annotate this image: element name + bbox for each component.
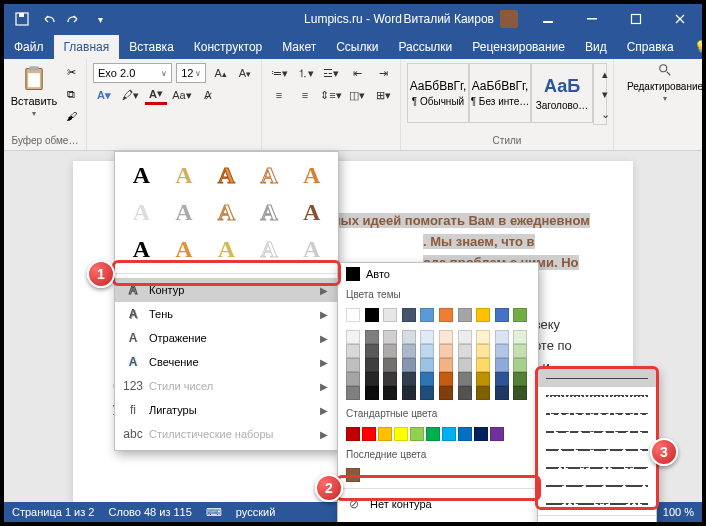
color-swatch[interactable] (402, 372, 416, 386)
format-painter-icon[interactable]: 🖌 (62, 107, 80, 125)
color-swatch[interactable] (383, 330, 397, 344)
highlighted-text[interactable]: имых идеей помогать Вам в ежедневном (323, 213, 590, 228)
dash-style[interactable] (538, 477, 656, 495)
color-swatch[interactable] (365, 308, 379, 322)
color-swatch[interactable] (439, 330, 453, 344)
color-swatch[interactable] (439, 372, 453, 386)
effect-preset[interactable]: A (168, 162, 201, 189)
color-swatch[interactable] (458, 358, 472, 372)
color-swatch[interactable] (394, 427, 408, 441)
cut-icon[interactable]: ✂ (62, 63, 80, 81)
color-swatch[interactable] (346, 386, 360, 400)
styles-expand-icon[interactable]: ⌄ (594, 104, 616, 124)
dash-style[interactable] (538, 441, 656, 459)
color-swatch[interactable] (346, 372, 360, 386)
color-swatch[interactable] (346, 330, 360, 344)
menu-ligatures[interactable]: fi Лигатуры▶ (115, 398, 338, 422)
color-swatch[interactable] (383, 344, 397, 358)
menu-outline[interactable]: A Контур▶ (115, 278, 338, 302)
tab-home[interactable]: Главная (54, 35, 120, 59)
color-swatch[interactable] (439, 358, 453, 372)
copy-icon[interactable]: ⧉ (62, 85, 80, 103)
bullets-icon[interactable]: ≔▾ (268, 63, 290, 83)
font-color-icon[interactable]: A▾ (145, 85, 167, 105)
color-swatch[interactable] (513, 330, 527, 344)
color-swatch[interactable] (346, 344, 360, 358)
color-swatch[interactable] (513, 372, 527, 386)
effect-preset[interactable]: A (210, 236, 243, 263)
color-swatch[interactable] (365, 344, 379, 358)
effect-preset[interactable]: A (168, 236, 201, 263)
color-swatch[interactable] (402, 308, 416, 322)
shading-icon[interactable]: ◫▾ (346, 85, 368, 105)
tab-assist[interactable]: 💡Помощ (684, 35, 702, 59)
color-swatch[interactable] (458, 372, 472, 386)
effect-preset[interactable]: A (253, 199, 286, 226)
font-name-combo[interactable]: Exo 2.0∨ (93, 63, 172, 83)
spellcheck-icon[interactable]: ⌨ (206, 504, 222, 520)
status-language[interactable]: русский (236, 506, 275, 518)
borders-icon[interactable]: ⊞▾ (372, 85, 394, 105)
tab-layout[interactable]: Макет (272, 35, 326, 59)
dash-style[interactable] (538, 423, 656, 441)
color-swatch[interactable] (365, 372, 379, 386)
color-swatch[interactable] (410, 427, 424, 441)
color-swatch[interactable] (402, 344, 416, 358)
redo-icon[interactable] (66, 11, 82, 27)
color-swatch[interactable] (495, 358, 509, 372)
clear-format-icon[interactable]: A̷ (197, 85, 219, 105)
style-heading[interactable]: АаБ Заголово… (531, 63, 593, 123)
color-swatch[interactable] (513, 308, 527, 322)
outline-auto[interactable]: Авто (338, 263, 538, 285)
color-swatch[interactable] (513, 386, 527, 400)
effect-preset[interactable]: A (253, 236, 286, 263)
color-swatch[interactable] (495, 372, 509, 386)
zoom-level[interactable]: 100 % (663, 506, 694, 518)
color-swatch[interactable] (495, 308, 509, 322)
menu-reflection[interactable]: A Отражение▶ (115, 326, 338, 350)
change-case-icon[interactable]: Aa▾ (171, 85, 193, 105)
font-size-combo[interactable]: 12∨ (176, 63, 206, 83)
color-swatch[interactable] (442, 427, 456, 441)
autosave-icon[interactable] (14, 11, 30, 27)
tab-design[interactable]: Конструктор (184, 35, 272, 59)
color-swatch[interactable] (365, 358, 379, 372)
styles-scroll-up-icon[interactable]: ▴ (594, 64, 616, 84)
color-swatch[interactable] (362, 427, 376, 441)
color-swatch[interactable] (495, 386, 509, 400)
align-center-icon[interactable]: ≡ (294, 85, 316, 105)
color-swatch[interactable] (439, 308, 453, 322)
effect-preset[interactable]: A (295, 199, 328, 226)
tab-references[interactable]: Ссылки (326, 35, 388, 59)
dash-style[interactable] (538, 405, 656, 423)
effect-preset[interactable]: A (295, 236, 328, 263)
user-account[interactable]: Виталий Каиров (395, 10, 526, 28)
shrink-font-icon[interactable]: A▾ (235, 63, 255, 83)
effect-preset[interactable]: A (210, 162, 243, 189)
line-spacing-icon[interactable]: ⇕≡▾ (320, 85, 342, 105)
color-swatch[interactable] (476, 330, 490, 344)
tab-file[interactable]: Файл (4, 35, 54, 59)
outdent-icon[interactable]: ⇤ (346, 63, 368, 83)
color-swatch[interactable] (383, 372, 397, 386)
color-swatch[interactable] (458, 427, 472, 441)
color-swatch[interactable] (420, 308, 434, 322)
style-normal[interactable]: АаБбВвГг, ¶ Обычный (407, 63, 469, 123)
color-swatch[interactable] (383, 308, 397, 322)
dash-style[interactable] (538, 495, 656, 513)
color-swatch[interactable] (346, 468, 360, 482)
color-swatch[interactable] (458, 330, 472, 344)
color-swatch[interactable] (420, 358, 434, 372)
undo-icon[interactable] (40, 11, 56, 27)
text-effects-button[interactable]: A▾ (93, 85, 115, 105)
more-outline-colors[interactable]: 🎨 Другие цвета контура… (338, 517, 538, 522)
tab-help[interactable]: Справка (617, 35, 684, 59)
color-swatch[interactable] (513, 358, 527, 372)
color-swatch[interactable] (346, 427, 360, 441)
color-swatch[interactable] (402, 386, 416, 400)
color-swatch[interactable] (474, 427, 488, 441)
color-swatch[interactable] (346, 358, 360, 372)
dash-style[interactable] (538, 369, 656, 387)
color-swatch[interactable] (513, 344, 527, 358)
ribbon-options-icon[interactable] (526, 4, 570, 34)
